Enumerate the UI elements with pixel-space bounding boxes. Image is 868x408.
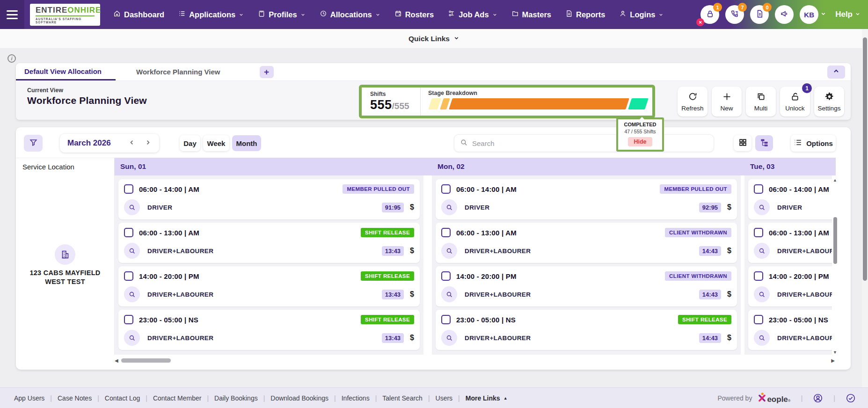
refresh-button[interactable]: Refresh (678, 87, 708, 117)
help-menu[interactable]: Help (835, 10, 861, 19)
search-shift-icon[interactable] (754, 199, 770, 215)
shift-checkbox[interactable] (754, 184, 763, 194)
vertical-scroll-thumb[interactable] (833, 217, 837, 264)
nav-item-masters[interactable]: Masters (511, 10, 551, 19)
footer-link-download-bookings[interactable]: Download Bookings (270, 394, 328, 402)
shift-card[interactable]: 06:00 - 14:00 | AM DRIVER (748, 179, 832, 219)
page-scroll-thumb[interactable] (863, 37, 867, 281)
view-day-button[interactable]: Day (180, 135, 200, 151)
shift-card[interactable]: 06:00 - 13:00 | AM SHIFT RELEASE DRIVER+… (118, 223, 420, 263)
add-tab-button[interactable]: + (260, 66, 274, 78)
user-menu[interactable]: KB (800, 5, 826, 24)
nav-item-logins[interactable]: Logins (619, 10, 664, 19)
shift-card[interactable]: 14:00 - 20:00 | PM DRIVER+LABOURER (748, 266, 832, 306)
scroll-left-icon[interactable]: ◀ (115, 357, 118, 364)
shift-checkbox[interactable] (754, 228, 763, 237)
nav-item-applications[interactable]: Applications (178, 10, 244, 19)
search-shift-icon[interactable] (124, 243, 140, 259)
multi-button[interactable]: Multi (746, 87, 776, 117)
dollar-icon[interactable]: $ (410, 203, 414, 211)
dollar-icon[interactable]: $ (410, 290, 414, 299)
footer-link-talent-search[interactable]: Talent Search (382, 394, 423, 402)
search-shift-icon[interactable] (441, 286, 457, 302)
unlock-button[interactable]: 1 Unlock (780, 87, 810, 117)
nav-item-profiles[interactable]: Profiles (258, 10, 306, 19)
next-month-icon[interactable] (145, 139, 152, 148)
search-shift-icon[interactable] (754, 286, 770, 302)
month-selector[interactable]: March 2026 (60, 134, 159, 153)
scroll-up-icon[interactable]: ▲ (833, 178, 837, 182)
shift-card[interactable]: 06:00 - 13:00 | AM CLIENT WITHDRAWN DRIV… (436, 223, 737, 263)
horizontal-scroll-thumb[interactable] (121, 358, 171, 363)
options-button[interactable]: Options (791, 135, 836, 152)
search-shift-icon[interactable] (754, 243, 770, 259)
scroll-right-icon[interactable]: ▶ (831, 357, 835, 364)
stage-segment-completed[interactable] (628, 98, 649, 109)
close-icon[interactable]: ✕ (696, 18, 704, 26)
dollar-icon[interactable]: $ (727, 203, 731, 211)
service-location-cell[interactable]: 123 CABS MAYFIELD WEST TEST (16, 175, 115, 355)
shift-checkbox[interactable] (754, 315, 763, 324)
stage-segment-orange[interactable] (449, 98, 629, 109)
shift-card[interactable]: 23:00 - 05:00 | NS SHIFT RELEASE DRIVER+… (118, 310, 420, 350)
nav-item-job-ads[interactable]: Job Ads (448, 10, 497, 19)
search-shift-icon[interactable] (124, 286, 140, 302)
nav-item-dashboard[interactable]: Dashboard (113, 10, 164, 19)
shift-checkbox[interactable] (441, 228, 451, 237)
hamburger-menu-icon[interactable] (0, 0, 24, 29)
dollar-icon[interactable]: $ (727, 290, 731, 299)
stage-segment-yellow[interactable] (428, 98, 441, 109)
nav-item-allocations[interactable]: Allocations (320, 10, 380, 19)
shift-checkbox[interactable] (441, 184, 451, 194)
check-circle-icon[interactable] (846, 393, 856, 403)
tab-default-view-allocation[interactable]: Default View Allocation (16, 63, 116, 80)
tab-workforce-planning-view[interactable]: Workforce Planning View (128, 63, 233, 80)
shift-checkbox[interactable] (441, 271, 451, 281)
lock-notification-button[interactable]: 1 ✕ (700, 5, 719, 24)
footer-link-case-notes[interactable]: Case Notes (58, 394, 92, 402)
shift-checkbox[interactable] (124, 184, 133, 194)
shift-card[interactable]: 06:00 - 14:00 | AM MEMBER PULLED OUT DRI… (436, 179, 737, 219)
shift-checkbox[interactable] (441, 315, 451, 324)
footer-link-daily-bookings[interactable]: Daily Bookings (214, 394, 258, 402)
megaphone-notification-button[interactable] (775, 5, 794, 24)
footer-link-users[interactable]: Users (436, 394, 453, 402)
filter-button[interactable] (24, 135, 43, 152)
quick-links-bar[interactable]: Quick Links (0, 29, 868, 49)
app-logo[interactable]: ENTIREONHIRE AUSTRALIA'S STAFFING SOFTWA… (30, 4, 100, 26)
shift-checkbox[interactable] (124, 228, 133, 237)
footer-link-app-users[interactable]: App Users (14, 394, 44, 402)
dollar-icon[interactable]: $ (410, 247, 414, 255)
grid-view-button[interactable] (734, 135, 751, 151)
shift-checkbox[interactable] (754, 271, 763, 281)
file-notification-button[interactable]: 0 (750, 5, 769, 24)
search-shift-icon[interactable] (754, 330, 770, 346)
nav-item-reports[interactable]: Reports (565, 10, 605, 19)
collapse-panel-button[interactable] (827, 66, 845, 79)
shift-card[interactable]: 23:00 - 05:00 | NS SHIFT RELEASE DRIVER+… (436, 310, 737, 350)
dollar-icon[interactable]: $ (410, 334, 414, 342)
search-shift-icon[interactable] (124, 330, 140, 346)
scroll-down-icon[interactable]: ▼ (833, 350, 837, 355)
profile-circle-icon[interactable] (813, 393, 823, 403)
stage-segment-amber[interactable] (440, 98, 450, 109)
tree-view-button[interactable] (755, 135, 773, 151)
avatar[interactable]: KB (800, 5, 818, 24)
dollar-icon[interactable]: $ (727, 334, 731, 342)
info-icon[interactable]: i (7, 54, 16, 63)
more-links-button[interactable]: More Links ▲ (466, 394, 508, 402)
search-shift-icon[interactable] (441, 199, 457, 215)
nav-item-rosters[interactable]: Rosters (394, 10, 434, 19)
horizontal-scrollbar[interactable]: ◀ ▶ (115, 357, 836, 364)
shift-checkbox[interactable] (124, 315, 133, 324)
search-shift-icon[interactable] (441, 243, 457, 259)
search-input[interactable] (472, 139, 708, 147)
search-shift-icon[interactable] (124, 199, 140, 215)
new-button[interactable]: New (712, 87, 742, 117)
shift-card[interactable]: 06:00 - 13:00 | AM DRIVER+LABOURER (748, 223, 832, 263)
shift-card[interactable]: 06:00 - 14:00 | AM MEMBER PULLED OUT DRI… (118, 179, 420, 219)
prev-month-icon[interactable] (128, 139, 135, 148)
shift-card[interactable]: 14:00 - 20:00 | PM SHIFT RELEASE DRIVER+… (118, 266, 420, 306)
shift-checkbox[interactable] (124, 271, 133, 281)
xeople-logo[interactable]: eople ® (758, 392, 790, 404)
